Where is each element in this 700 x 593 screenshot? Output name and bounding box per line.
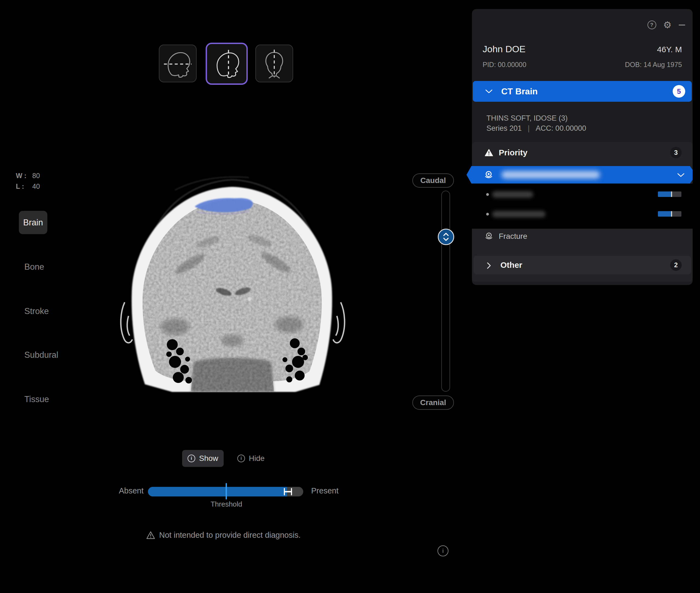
priority-section-row[interactable]: Priority 3 <box>472 142 693 163</box>
redacted-subitem-label <box>492 191 533 198</box>
finding-subitems-panel <box>472 184 693 229</box>
cranial-label: Cranial <box>420 398 446 407</box>
slice-scrollbar-handle[interactable] <box>438 229 454 245</box>
window-level-readout: W : 80 L : 40 <box>16 172 40 193</box>
slice-scrollbar-track[interactable] <box>441 191 450 392</box>
window-label: W : <box>16 172 29 180</box>
view-button-coronal[interactable] <box>255 45 293 82</box>
level-value: 40 <box>32 183 40 190</box>
priority-warning-icon <box>485 149 493 156</box>
redacted-subitem-label <box>492 211 545 218</box>
disclaimer: Not intended to provide direct diagnosis… <box>146 530 300 540</box>
confidence-bar-fill <box>658 211 671 216</box>
other-label: Other <box>500 261 522 270</box>
separator: | <box>528 124 530 133</box>
confidence-bar-fill <box>658 192 671 197</box>
present-label: Present <box>311 486 338 496</box>
eye-finding-icon <box>485 232 493 240</box>
priority-count-badge: 3 <box>670 147 682 158</box>
study-count-badge: 5 <box>673 85 685 97</box>
minimize-icon[interactable] <box>679 25 685 26</box>
info-icon-glyph: i <box>443 548 444 554</box>
preset-subdural[interactable]: Subdural <box>24 350 58 360</box>
threshold-slider-fill <box>148 487 287 497</box>
gear-icon[interactable]: ⚙ <box>663 20 671 30</box>
axial-head-icon <box>163 48 193 79</box>
app-root: W : 80 L : 40 Brain Bone Stroke Subdural… <box>0 0 700 593</box>
bullet-icon <box>486 193 489 196</box>
view-button-sagittal[interactable] <box>206 43 248 85</box>
confidence-bar-threshold-tick <box>671 192 672 197</box>
show-overlay-button[interactable]: i Show <box>182 450 224 467</box>
ct-image-viewport[interactable] <box>107 174 358 393</box>
chevron-down-icon <box>485 89 492 93</box>
info-button[interactable]: i <box>438 545 448 556</box>
view-button-axial[interactable] <box>159 45 197 82</box>
confidence-bar <box>658 192 682 197</box>
warning-triangle-icon <box>146 531 155 540</box>
bullet-icon <box>486 213 489 215</box>
preset-bone[interactable]: Bone <box>24 262 44 272</box>
patient-id: PID: 00.00000 <box>483 61 526 69</box>
study-label: CT Brain <box>501 86 538 96</box>
hide-overlay-button[interactable]: i Hide <box>237 450 265 467</box>
threshold-marker <box>225 483 227 500</box>
preset-brain-selected[interactable]: Brain <box>19 211 47 234</box>
chevron-right-icon <box>487 262 491 269</box>
threshold-slider-handle[interactable] <box>284 488 292 496</box>
patient-dob: DOB: 14 Aug 1975 <box>625 61 682 69</box>
up-down-chevrons-icon <box>442 232 450 242</box>
info-icon: i <box>237 454 245 462</box>
absent-label: Absent <box>115 486 143 496</box>
other-section-row[interactable]: Other 2 <box>473 256 691 274</box>
confidence-bar-threshold-tick <box>671 211 672 216</box>
preset-stroke[interactable]: Stroke <box>24 306 49 316</box>
confidence-bar <box>658 211 682 216</box>
redacted-finding-title <box>501 171 600 179</box>
help-icon[interactable]: ? <box>648 21 656 29</box>
hide-label: Hide <box>249 454 265 463</box>
level-label: L : <box>16 183 29 190</box>
chevron-down-icon <box>677 173 685 177</box>
priority-label: Priority <box>499 148 528 157</box>
show-label: Show <box>199 454 218 463</box>
caudal-label-pill: Caudal <box>412 173 454 188</box>
cranial-label-pill: Cranial <box>412 396 454 410</box>
patient-name: John DOE <box>483 44 526 54</box>
window-value: 80 <box>32 172 40 180</box>
series-meta: Series 201 | ACC: 00.00000 <box>487 124 586 133</box>
fracture-row[interactable]: Fracture <box>472 227 693 246</box>
patient-age-sex: 46Y. M <box>657 45 682 54</box>
sagittal-head-icon <box>212 49 242 79</box>
caudal-label: Caudal <box>420 176 446 185</box>
disclaimer-text: Not intended to provide direct diagnosis… <box>159 530 300 540</box>
series-number: Series 201 <box>487 124 522 133</box>
preset-tissue[interactable]: Tissue <box>24 394 49 404</box>
study-header-ct-brain[interactable]: CT Brain 5 <box>473 81 692 102</box>
other-count-badge: 2 <box>670 259 682 271</box>
panel-toolbar: ? ⚙ <box>648 20 685 30</box>
ct-coronal-slice <box>107 174 358 393</box>
threshold-label: Threshold <box>193 500 260 509</box>
eye-finding-icon <box>484 170 493 179</box>
preset-label: Brain <box>23 218 43 228</box>
fracture-label: Fracture <box>499 232 527 241</box>
selected-finding-row[interactable] <box>466 166 693 184</box>
coronal-head-icon <box>259 48 289 79</box>
series-description: THINS SOFT, IDOSE (3) <box>487 114 568 123</box>
accession-number: ACC: 00.00000 <box>536 124 586 133</box>
info-icon: i <box>188 454 195 462</box>
neck-tissue <box>191 358 274 392</box>
